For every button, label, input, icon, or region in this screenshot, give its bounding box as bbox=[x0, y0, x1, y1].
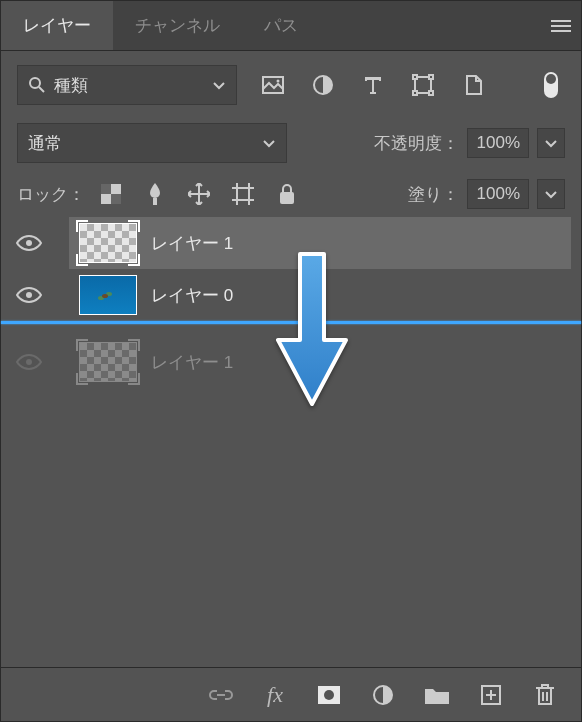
svg-point-24 bbox=[26, 240, 32, 246]
layer-name[interactable]: レイヤー 1 bbox=[151, 232, 233, 255]
layer-mask-icon[interactable] bbox=[315, 681, 343, 709]
svg-rect-16 bbox=[153, 198, 157, 205]
lock-icons bbox=[97, 180, 301, 208]
svg-point-6 bbox=[277, 80, 280, 83]
svg-rect-12 bbox=[429, 91, 433, 95]
adjustment-layer-icon[interactable] bbox=[369, 681, 397, 709]
svg-point-25 bbox=[26, 292, 32, 298]
layer-body: レイヤー 0 bbox=[69, 269, 571, 321]
fill-label: 塗り： bbox=[408, 183, 459, 206]
eye-icon bbox=[16, 234, 42, 252]
chevron-down-icon bbox=[544, 187, 558, 201]
filter-kind-dropdown[interactable]: 種類 bbox=[17, 65, 237, 105]
layer-thumbnail[interactable] bbox=[79, 342, 137, 382]
layer-item[interactable]: レイヤー 0 bbox=[1, 269, 581, 321]
lock-all-icon[interactable] bbox=[273, 180, 301, 208]
chevron-down-icon bbox=[212, 78, 226, 92]
filter-icons bbox=[259, 71, 487, 99]
svg-point-28 bbox=[324, 690, 334, 700]
opacity-value[interactable]: 100% bbox=[467, 128, 529, 158]
chevron-down-icon bbox=[544, 136, 558, 150]
layer-name[interactable]: レイヤー 0 bbox=[151, 284, 233, 307]
layer-name[interactable]: レイヤー 1 bbox=[151, 351, 233, 374]
filter-smartobject-icon[interactable] bbox=[459, 71, 487, 99]
lock-artboard-icon[interactable] bbox=[229, 180, 257, 208]
search-icon bbox=[28, 76, 46, 94]
panel-menu-button[interactable] bbox=[541, 1, 581, 50]
lock-position-icon[interactable] bbox=[185, 180, 213, 208]
filter-row: 種類 bbox=[1, 51, 581, 115]
layer-item[interactable]: レイヤー 1 bbox=[1, 217, 581, 269]
svg-rect-15 bbox=[111, 194, 121, 204]
layer-style-icon[interactable]: fx bbox=[261, 681, 289, 709]
fill-dropdown-button[interactable] bbox=[537, 179, 565, 209]
layer-thumbnail[interactable] bbox=[79, 223, 137, 263]
layers-footer: fx bbox=[1, 667, 581, 721]
svg-rect-23 bbox=[280, 192, 294, 204]
eye-icon bbox=[16, 286, 42, 304]
filter-adjustment-icon[interactable] bbox=[309, 71, 337, 99]
layers-list: レイヤー 1レイヤー 0レイヤー 1 bbox=[1, 217, 581, 667]
chevron-down-icon bbox=[262, 136, 276, 150]
filter-kind-label: 種類 bbox=[54, 74, 212, 97]
svg-rect-9 bbox=[413, 75, 417, 79]
filter-pixel-icon[interactable] bbox=[259, 71, 287, 99]
blend-mode-dropdown[interactable]: 通常 bbox=[17, 123, 287, 163]
tab-channels[interactable]: チャンネル bbox=[113, 1, 242, 50]
opacity-label: 不透明度： bbox=[374, 132, 459, 155]
tab-paths[interactable]: パス bbox=[242, 1, 320, 50]
new-layer-icon[interactable] bbox=[477, 681, 505, 709]
lock-row: ロック： 塗り： 100% bbox=[1, 171, 581, 217]
panel-tabbar: レイヤー チャンネル パス bbox=[1, 1, 581, 51]
layer-body: レイヤー 1 bbox=[69, 336, 571, 388]
layer-thumbnail[interactable] bbox=[79, 275, 137, 315]
svg-rect-10 bbox=[429, 75, 433, 79]
layer-item[interactable]: レイヤー 1 bbox=[1, 336, 581, 388]
fill-value[interactable]: 100% bbox=[467, 179, 529, 209]
lock-label: ロック： bbox=[17, 183, 85, 206]
svg-point-26 bbox=[26, 359, 32, 365]
visibility-toggle[interactable] bbox=[1, 234, 57, 252]
svg-rect-14 bbox=[101, 184, 111, 194]
layers-panel: レイヤー チャンネル パス 種類 bbox=[0, 0, 582, 722]
lock-transparency-icon[interactable] bbox=[97, 180, 125, 208]
svg-rect-11 bbox=[413, 91, 417, 95]
tab-layers[interactable]: レイヤー bbox=[1, 1, 113, 50]
opacity-dropdown-button[interactable] bbox=[537, 128, 565, 158]
svg-point-3 bbox=[30, 78, 40, 88]
filter-toggle[interactable] bbox=[537, 71, 565, 99]
filter-type-icon[interactable] bbox=[359, 71, 387, 99]
visibility-toggle[interactable] bbox=[1, 286, 57, 304]
blend-mode-label: 通常 bbox=[28, 132, 262, 155]
group-icon[interactable] bbox=[423, 681, 451, 709]
svg-line-4 bbox=[39, 87, 44, 92]
visibility-toggle[interactable] bbox=[1, 353, 57, 371]
layer-body: レイヤー 1 bbox=[69, 217, 571, 269]
filter-shape-icon[interactable] bbox=[409, 71, 437, 99]
eye-icon bbox=[16, 353, 42, 371]
lock-paint-icon[interactable] bbox=[141, 180, 169, 208]
link-layers-icon[interactable] bbox=[207, 681, 235, 709]
blend-row: 通常 不透明度： 100% bbox=[1, 115, 581, 171]
trash-icon[interactable] bbox=[531, 681, 559, 709]
